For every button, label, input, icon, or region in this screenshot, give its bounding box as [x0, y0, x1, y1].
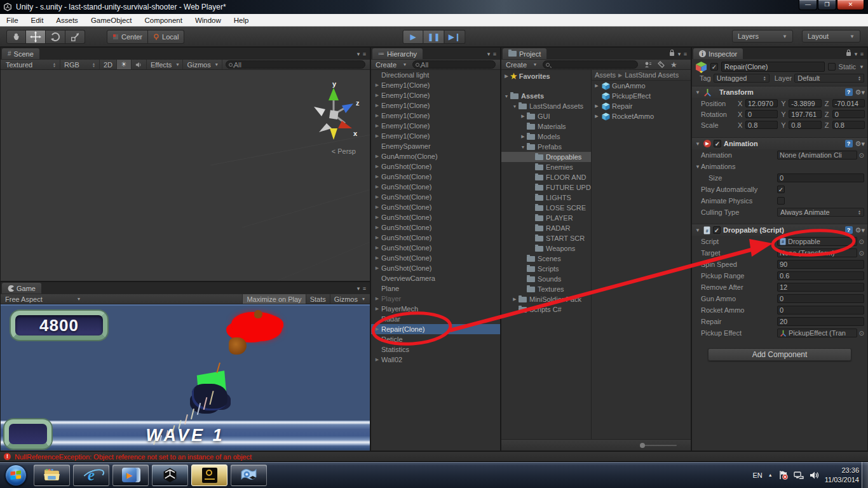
language-indicator[interactable]: EN — [753, 471, 763, 479]
panel-menu-icon[interactable]: ▾ ≡ — [678, 51, 688, 57]
hierarchy-item[interactable]: Reticle — [371, 334, 500, 344]
position-z-field[interactable]: -70.014 — [832, 99, 865, 107]
shading-dropdown[interactable]: Textured▲▼ — [2, 60, 60, 69]
expand-arrow-icon[interactable]: ▶ — [373, 113, 381, 118]
rotate-tool-button[interactable] — [46, 30, 65, 44]
status-bar[interactable]: ! NullReferenceException: Object referen… — [0, 451, 868, 461]
hierarchy-item[interactable]: ▶ GunShot(Clone) — [371, 182, 500, 192]
expand-arrow-icon[interactable]: ▶ — [373, 194, 381, 200]
menu-help[interactable]: Help — [227, 14, 255, 26]
taskbar-gold-app-button[interactable] — [191, 464, 227, 486]
search-by-label-icon[interactable] — [658, 61, 665, 68]
expand-arrow-icon[interactable]: ▶ — [373, 245, 381, 250]
play-button[interactable]: ▶ — [403, 30, 424, 44]
menu-gameobject[interactable]: GameObject — [85, 14, 139, 26]
render-mode-dropdown[interactable]: RGB▲▼ — [60, 60, 100, 69]
rotation-x-field[interactable]: 0 — [745, 110, 778, 118]
expand-arrow-icon[interactable]: ▶ — [373, 184, 381, 189]
game-viewport[interactable]: 4800 WAVE 1 — [1, 304, 370, 451]
expand-arrow-icon[interactable]: ▶ — [373, 103, 381, 108]
tab-inspector[interactable]: i Inspector — [693, 48, 743, 59]
component-enabled-checkbox[interactable]: ✓ — [714, 140, 721, 147]
expand-arrow-icon[interactable]: ▶ — [373, 255, 381, 261]
project-search-input[interactable] — [543, 60, 638, 69]
help-icon[interactable]: ? — [845, 88, 853, 96]
taskbar-wmp-button[interactable]: ▶ — [112, 464, 149, 486]
taskbar-webplayer-button[interactable] — [231, 464, 267, 486]
lock-icon[interactable] — [670, 52, 674, 56]
game-gizmos-dropdown[interactable]: Gizmos▾ — [330, 294, 369, 304]
project-tree-item[interactable]: ▼ Prefabs — [501, 142, 591, 152]
expand-arrow-icon[interactable]: ▶ — [373, 154, 381, 159]
hierarchy-item[interactable]: ▶ Repair(Clone) — [371, 324, 500, 334]
project-asset-item[interactable]: PickupEffect — [592, 91, 691, 101]
expand-arrow-icon[interactable]: ▶ — [503, 74, 510, 79]
expand-arrow-icon[interactable]: ▶ — [373, 266, 381, 271]
step-button[interactable]: ▶❙ — [445, 30, 466, 44]
hierarchy-item[interactable]: ▶ Enemy1(Clone) — [371, 80, 500, 90]
gear-icon[interactable]: ⚙▾ — [855, 226, 865, 234]
tag-dropdown[interactable]: Untagged▲▼ — [714, 74, 770, 83]
project-tree-item[interactable]: ▶ Models — [501, 132, 591, 142]
expand-arrow-icon[interactable]: ▼ — [511, 104, 519, 109]
hierarchy-item[interactable]: ▶ GunShot(Clone) — [371, 202, 500, 212]
gun-ammo-field[interactable]: 0 — [777, 294, 864, 303]
project-tree-item[interactable]: ▶ GUI — [501, 111, 591, 121]
spin-speed-field[interactable]: 90 — [777, 260, 864, 269]
hierarchy-item[interactable]: ▶ Enemy1(Clone) — [371, 90, 500, 100]
expand-arrow-icon[interactable]: ▶ — [373, 235, 381, 240]
hierarchy-item[interactable]: Directional light — [371, 70, 500, 80]
expand-arrow-icon[interactable]: ▼ — [519, 145, 527, 149]
lighting-toggle[interactable]: ☀ — [117, 60, 132, 69]
rotation-y-field[interactable]: 197.761 — [789, 110, 821, 118]
static-dropdown-icon[interactable]: ▼ — [859, 64, 864, 70]
panel-menu-icon[interactable]: ▾ ≡ — [487, 51, 497, 57]
help-icon[interactable]: ? — [845, 140, 853, 147]
scene-viewport[interactable]: y z x < Persp — [1, 70, 370, 281]
project-tree-item[interactable]: Weapons — [501, 243, 591, 254]
hierarchy-item[interactable]: OverviewCamera — [371, 273, 500, 283]
expand-arrow-icon[interactable]: ▶ — [373, 215, 381, 220]
foldout-arrow-icon[interactable]: ▼ — [695, 141, 701, 147]
static-checkbox[interactable] — [828, 63, 836, 71]
object-picker-icon[interactable]: ⊙ — [859, 238, 864, 245]
hierarchy-item[interactable]: ▶ GunShot(Clone) — [371, 172, 500, 182]
component-enabled-checkbox[interactable]: ✓ — [713, 226, 721, 234]
scale-z-field[interactable]: 0.8 — [832, 121, 865, 129]
hierarchy-item[interactable]: Plane — [371, 283, 500, 294]
project-asset-item[interactable]: ▶ GunAmmo — [592, 81, 691, 91]
hierarchy-item[interactable]: ▶ GunShot(Clone) — [371, 243, 500, 253]
hierarchy-create-button[interactable]: Create▾ — [372, 60, 409, 69]
hierarchy-item[interactable]: ▶ GunShot(Clone) — [371, 192, 500, 202]
expand-arrow-icon[interactable]: ▶ — [511, 297, 519, 302]
animation-header[interactable]: ▼ ▶ ✓ Animation ? ⚙▾ — [692, 138, 867, 149]
panel-menu-icon[interactable]: ▾ ≡ — [357, 285, 367, 292]
foldout-arrow-icon[interactable]: ▼ — [695, 227, 701, 233]
stats-toggle[interactable]: Stats — [306, 294, 330, 304]
scale-tool-button[interactable] — [65, 30, 85, 44]
effects-dropdown[interactable]: Effects▾ — [147, 60, 183, 69]
project-asset-item[interactable]: ▶ RocketAmmo — [592, 111, 691, 121]
project-tree-item[interactable]: Droppables — [501, 152, 591, 162]
hierarchy-search-input[interactable] — [412, 60, 496, 69]
rocket-ammo-field[interactable]: 0 — [777, 306, 864, 315]
search-by-type-icon[interactable] — [644, 61, 652, 68]
taskbar-explorer-button[interactable] — [34, 464, 70, 486]
project-tree-item[interactable]: Materials — [501, 121, 591, 132]
hierarchy-item[interactable]: ▶ GunShot(Clone) — [371, 253, 500, 263]
project-tree-item[interactable]: RADAR — [501, 223, 591, 233]
project-tree-item[interactable]: FUTURE UPD — [501, 182, 591, 193]
favorites-search-icon[interactable]: ★ — [670, 60, 677, 69]
expand-arrow-icon[interactable]: ▶ — [593, 114, 600, 119]
expand-arrow-icon[interactable]: ▶ — [373, 174, 381, 179]
hierarchy-item[interactable]: ▶ GunShot(Clone) — [371, 233, 500, 243]
layers-dropdown[interactable]: Layers▼ — [732, 30, 793, 43]
hierarchy-item[interactable]: ▶ Enemy1(Clone) — [371, 100, 500, 111]
start-button[interactable] — [1, 463, 31, 488]
hierarchy-item[interactable]: ▶ Enemy1(Clone) — [371, 111, 500, 121]
aspect-dropdown[interactable]: Free Aspect▾ — [2, 294, 83, 304]
maximize-on-play-toggle[interactable]: Maximize on Play — [242, 294, 306, 304]
project-tree-item[interactable]: ▶ MiniSoldier Pack — [501, 294, 591, 304]
animations-size-field[interactable]: 0 — [777, 173, 864, 182]
project-tree-item[interactable]: Sounds — [501, 274, 591, 284]
